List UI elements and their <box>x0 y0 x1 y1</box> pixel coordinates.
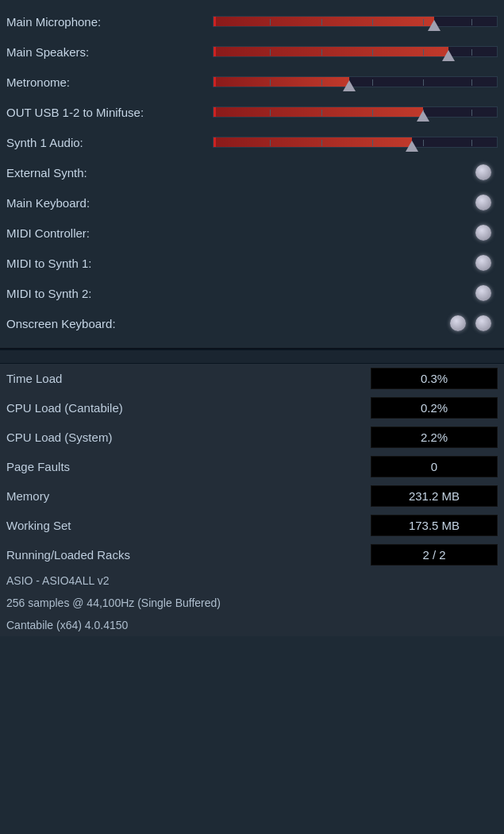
fader-track[interactable] <box>213 137 498 148</box>
led-dot[interactable] <box>475 225 491 241</box>
mixer-row: Main Microphone: <box>0 6 504 37</box>
info-row: Running/Loaded Racks2 / 2 <box>0 540 504 570</box>
fader-tick <box>423 140 424 146</box>
mixer-row-label: Main Speakers: <box>6 45 213 59</box>
fader-track[interactable] <box>213 106 498 118</box>
mixer-row: MIDI to Synth 2: <box>0 278 504 308</box>
fader-tick <box>471 140 472 146</box>
info-row-value: 231.2 MB <box>371 485 498 507</box>
mixer-row: Onscreen Keyboard: <box>0 308 504 338</box>
fader-container[interactable] <box>213 71 498 93</box>
mixer-row-label: OUT USB 1-2 to Minifuse: <box>6 106 213 119</box>
info-row: Working Set173.5 MB <box>0 511 504 540</box>
fader-track[interactable] <box>213 76 498 87</box>
fader-tick <box>270 19 271 25</box>
fader-tick <box>423 19 424 25</box>
fader-fill <box>214 107 423 117</box>
fader-tick <box>471 79 472 86</box>
mixer-row: Metronome: <box>0 67 504 97</box>
fader-tick <box>321 110 322 116</box>
mixer-row-label: MIDI to Synth 2: <box>6 287 213 300</box>
info-row-label: CPU Load (Cantabile) <box>6 401 371 415</box>
fader-fill <box>214 47 448 56</box>
info-row-label: Time Load <box>6 372 371 385</box>
mixer-row-label: Main Microphone: <box>6 15 213 29</box>
mixer-row-label: Onscreen Keyboard: <box>6 317 213 330</box>
info-row-label: Running/Loaded Racks <box>6 548 371 562</box>
mixer-row-label: MIDI to Synth 1: <box>6 257 213 270</box>
fader-tick <box>321 140 322 146</box>
fader-container[interactable] <box>213 10 498 33</box>
mixer-row: MIDI Controller: <box>0 218 504 248</box>
fader-tick <box>423 49 424 56</box>
fader-knob[interactable] <box>343 80 356 91</box>
fader-start-marker <box>214 47 216 56</box>
routing-dots <box>471 225 498 241</box>
fader-fill <box>214 137 412 147</box>
info-row: CPU Load (System)2.2% <box>0 423 504 452</box>
info-row: CPU Load (Cantabile)0.2% <box>0 393 504 423</box>
fader-tick <box>372 49 373 56</box>
fader-tick <box>321 19 322 25</box>
led-dot[interactable] <box>450 315 466 331</box>
fader-container[interactable] <box>213 101 498 123</box>
fader-tick <box>372 19 373 25</box>
info-row-label: Memory <box>6 489 371 503</box>
info-row-label: Page Faults <box>6 460 371 473</box>
info-section: Time Load0.3%CPU Load (Cantabile)0.2%CPU… <box>0 350 504 636</box>
mixer-row-label: External Synth: <box>6 166 213 180</box>
fader-tick <box>372 79 373 86</box>
info-row: Memory231.2 MB <box>0 481 504 511</box>
info-row: Page Faults0 <box>0 452 504 481</box>
routing-dots <box>471 255 498 271</box>
fader-tick <box>471 110 472 116</box>
routing-dots <box>471 195 498 210</box>
info-row-value: 0.2% <box>371 397 498 419</box>
info-row-value: 2.2% <box>371 427 498 448</box>
fader-knob[interactable] <box>406 141 418 152</box>
fader-container[interactable] <box>213 41 498 63</box>
mixer-row: OUT USB 1-2 to Minifuse: <box>0 97 504 127</box>
led-dot[interactable] <box>475 195 491 210</box>
led-dot[interactable] <box>475 255 491 271</box>
fader-container[interactable] <box>213 131 498 153</box>
routing-dots <box>445 315 498 331</box>
fader-tick <box>321 79 322 86</box>
fader-tick <box>372 140 373 146</box>
fader-track[interactable] <box>213 16 498 27</box>
fader-knob[interactable] <box>417 110 429 122</box>
info-row-label: Working Set <box>6 519 371 532</box>
fader-knob[interactable] <box>428 20 441 31</box>
fader-tick <box>471 49 472 56</box>
fader-fill <box>214 17 434 26</box>
info-row-label: CPU Load (System) <box>6 431 371 444</box>
info-footer-line: Cantabile (x64) 4.0.4150 <box>0 614 504 636</box>
led-dot[interactable] <box>475 164 491 180</box>
fader-tick <box>471 19 472 25</box>
fader-start-marker <box>214 137 216 147</box>
fader-fill <box>214 77 349 87</box>
led-dot[interactable] <box>475 285 491 301</box>
fader-knob[interactable] <box>442 50 455 61</box>
fader-tick <box>372 110 373 116</box>
load-info-header <box>0 350 504 364</box>
fader-start-marker <box>214 17 216 26</box>
routing-dots <box>471 164 498 180</box>
info-row: Time Load0.3% <box>0 364 504 393</box>
info-footer-line: ASIO - ASIO4ALL v2 <box>0 570 504 592</box>
mixer-row: Main Speakers: <box>0 37 504 67</box>
info-row-value: 0.3% <box>371 368 498 389</box>
info-row-value: 173.5 MB <box>371 515 498 536</box>
info-row-value: 2 / 2 <box>371 544 498 566</box>
fader-tick <box>270 49 271 56</box>
mixer-section: Main Microphone:Main Speakers:Metronome:… <box>0 0 504 348</box>
info-row-value: 0 <box>371 456 498 477</box>
led-dot[interactable] <box>475 315 491 331</box>
info-footer-line: 256 samples @ 44,100Hz (Single Buffered) <box>0 592 504 614</box>
fader-tick <box>270 79 271 86</box>
fader-tick <box>321 49 322 56</box>
fader-track[interactable] <box>213 46 498 57</box>
mixer-row-label: Synth 1 Audio: <box>6 136 213 149</box>
mixer-row: External Synth: <box>0 157 504 187</box>
mixer-row: Synth 1 Audio: <box>0 127 504 157</box>
